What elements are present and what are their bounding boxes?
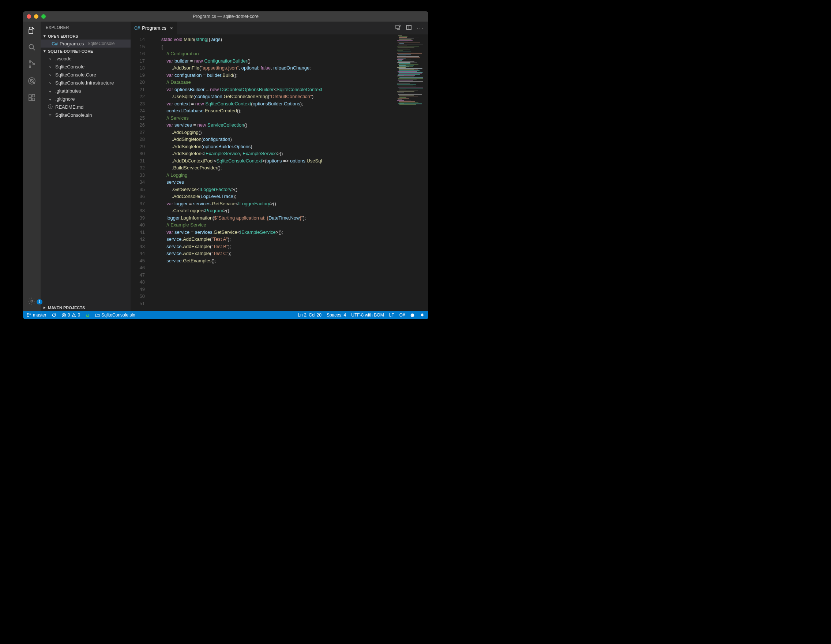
folder-chevron-icon: › xyxy=(47,56,53,62)
file-tree: ›.vscode›SqliteConsole›SqliteConsole.Cor… xyxy=(41,54,131,119)
tree-item-label: .gitattributes xyxy=(55,88,81,94)
svg-point-15 xyxy=(27,316,29,317)
svg-point-10 xyxy=(31,300,33,302)
file-icon: ⬥ xyxy=(47,88,53,94)
vscode-window: Program.cs — sqlite-dotnet-core 1 xyxy=(23,11,428,319)
svg-point-16 xyxy=(30,314,31,315)
folder-chevron-icon: › xyxy=(47,64,53,70)
tab-program-cs[interactable]: C# Program.cs × xyxy=(131,22,177,34)
tree-item-label: SqliteConsole.Infrastructure xyxy=(55,80,114,86)
editor-area: C# Program.cs × ··· 14151617181920212223… xyxy=(131,22,428,311)
status-open-file[interactable]: SqliteConsole.sln xyxy=(95,312,135,317)
code-content[interactable]: static void Main(string[] args) { // Con… xyxy=(151,34,395,311)
maximize-window-button[interactable] xyxy=(41,14,46,19)
status-flame-icon[interactable] xyxy=(85,313,90,317)
extensions-icon[interactable] xyxy=(27,92,37,103)
status-bell-icon[interactable] xyxy=(420,313,425,317)
editor-tabs: C# Program.cs × ··· xyxy=(131,22,428,34)
csharp-file-icon: C# xyxy=(134,26,140,31)
svg-rect-11 xyxy=(396,25,399,29)
close-tab-icon[interactable]: × xyxy=(170,25,173,31)
svg-point-1 xyxy=(29,61,31,62)
svg-point-20 xyxy=(412,314,413,315)
close-window-button[interactable] xyxy=(27,14,31,19)
explorer-icon[interactable] xyxy=(27,25,37,35)
file-icon: ≡ xyxy=(47,112,53,118)
open-editors-header[interactable]: ▾ OPEN EDITORS xyxy=(41,33,131,40)
tree-item[interactable]: ⓘREADME.md xyxy=(41,103,131,111)
code-editor[interactable]: 1415161718192021222324252627282930313233… xyxy=(131,34,428,311)
status-problems[interactable]: 0 0 xyxy=(61,312,80,317)
chevron-right-icon: ▸ xyxy=(43,305,46,310)
status-encoding[interactable]: UTF-8 with BOM xyxy=(351,312,384,317)
split-editor-icon[interactable] xyxy=(406,24,412,32)
tree-item[interactable]: ›.vscode xyxy=(41,54,131,62)
project-header[interactable]: ▾ SQLITE-DOTNET-CORE xyxy=(41,48,131,54)
explorer-sidebar: EXPLORER ▾ OPEN EDITORS C# Program.cs Sq… xyxy=(41,22,131,311)
tree-item-label: README.md xyxy=(55,104,83,110)
svg-point-19 xyxy=(411,314,412,315)
search-icon[interactable] xyxy=(27,42,37,52)
file-icon: ⓘ xyxy=(47,104,53,110)
file-icon: ⬥ xyxy=(47,96,53,102)
tab-actions: ··· xyxy=(395,22,428,34)
svg-rect-7 xyxy=(29,98,32,100)
status-bar: master 0 0 SqliteConsole.sln Ln 2, Col 2… xyxy=(23,311,428,319)
tree-item-label: SqliteConsole xyxy=(55,64,84,70)
chevron-down-icon: ▾ xyxy=(43,33,46,38)
activity-bar: 1 xyxy=(23,22,41,311)
chevron-down-icon: ▾ xyxy=(43,49,46,53)
minimap[interactable] xyxy=(395,34,428,311)
tree-item[interactable]: ≡SqliteConsole.sln xyxy=(41,111,131,119)
tree-item-label: .vscode xyxy=(55,56,72,62)
status-feedback-icon[interactable] xyxy=(410,313,415,317)
status-branch[interactable]: master xyxy=(27,312,46,317)
titlebar: Program.cs — sqlite-dotnet-core xyxy=(23,11,428,22)
tree-item[interactable]: ›SqliteConsole xyxy=(41,62,131,71)
svg-rect-9 xyxy=(32,94,35,97)
folder-chevron-icon: › xyxy=(47,80,53,86)
window-title: Program.cs — sqlite-dotnet-core xyxy=(23,14,428,19)
tree-item-label: SqliteConsole.Core xyxy=(55,72,96,78)
tree-item[interactable]: ›SqliteConsole.Core xyxy=(41,71,131,79)
svg-point-0 xyxy=(29,45,33,49)
svg-rect-8 xyxy=(32,98,35,100)
compare-changes-icon[interactable] xyxy=(395,24,401,32)
tab-label: Program.cs xyxy=(142,25,166,31)
status-eol[interactable]: LF xyxy=(389,312,394,317)
tree-item[interactable]: ⬥.gitattributes xyxy=(41,87,131,95)
debug-icon[interactable] xyxy=(27,76,37,86)
svg-rect-6 xyxy=(29,95,32,97)
tree-item-label: .gitignore xyxy=(55,96,75,102)
svg-point-12 xyxy=(399,25,400,26)
status-cursor-position[interactable]: Ln 2, Col 20 xyxy=(298,312,322,317)
csharp-file-icon: C# xyxy=(52,41,57,46)
status-indentation[interactable]: Spaces: 4 xyxy=(326,312,346,317)
svg-point-2 xyxy=(29,66,31,67)
tree-item[interactable]: ›SqliteConsole.Infrastructure xyxy=(41,79,131,87)
tree-item[interactable]: ⬥.gitignore xyxy=(41,95,131,103)
more-actions-icon[interactable]: ··· xyxy=(417,25,424,32)
line-number-gutter: 1415161718192021222324252627282930313233… xyxy=(131,34,151,311)
open-editor-item[interactable]: C# Program.cs SqliteConsole xyxy=(41,40,131,48)
maven-projects-header[interactable]: ▸ MAVEN PROJECTS xyxy=(41,304,131,311)
explorer-title: EXPLORER xyxy=(41,22,131,33)
settings-gear-icon[interactable]: 1 xyxy=(28,297,36,307)
svg-point-14 xyxy=(27,313,29,314)
status-sync[interactable] xyxy=(52,313,56,317)
svg-point-18 xyxy=(411,313,414,317)
tree-item-label: SqliteConsole.sln xyxy=(55,112,92,118)
minimize-window-button[interactable] xyxy=(34,14,38,19)
settings-badge: 1 xyxy=(37,299,43,304)
status-language[interactable]: C# xyxy=(400,312,405,317)
source-control-icon[interactable] xyxy=(27,59,37,69)
traffic-lights xyxy=(23,14,46,19)
folder-chevron-icon: › xyxy=(47,72,53,78)
